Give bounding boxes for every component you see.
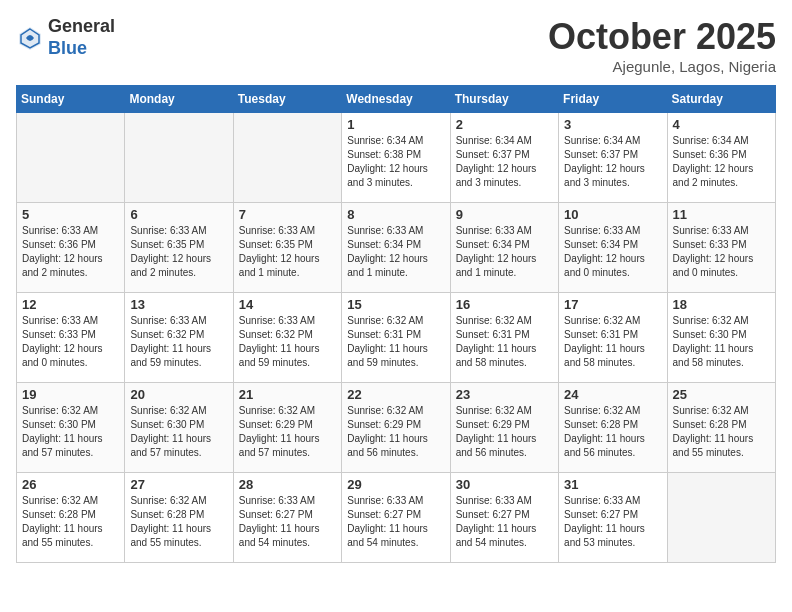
month-title: October 2025 bbox=[548, 16, 776, 58]
calendar-cell: 17Sunrise: 6:32 AM Sunset: 6:31 PM Dayli… bbox=[559, 293, 667, 383]
day-number: 20 bbox=[130, 387, 227, 402]
day-number: 8 bbox=[347, 207, 444, 222]
day-info: Sunrise: 6:33 AM Sunset: 6:27 PM Dayligh… bbox=[456, 494, 553, 550]
day-info: Sunrise: 6:32 AM Sunset: 6:31 PM Dayligh… bbox=[347, 314, 444, 370]
day-number: 1 bbox=[347, 117, 444, 132]
calendar-cell: 21Sunrise: 6:32 AM Sunset: 6:29 PM Dayli… bbox=[233, 383, 341, 473]
calendar-cell: 2Sunrise: 6:34 AM Sunset: 6:37 PM Daylig… bbox=[450, 113, 558, 203]
day-info: Sunrise: 6:33 AM Sunset: 6:27 PM Dayligh… bbox=[564, 494, 661, 550]
calendar-cell: 1Sunrise: 6:34 AM Sunset: 6:38 PM Daylig… bbox=[342, 113, 450, 203]
calendar-cell: 18Sunrise: 6:32 AM Sunset: 6:30 PM Dayli… bbox=[667, 293, 775, 383]
day-number: 4 bbox=[673, 117, 770, 132]
day-info: Sunrise: 6:33 AM Sunset: 6:35 PM Dayligh… bbox=[130, 224, 227, 280]
calendar-cell bbox=[233, 113, 341, 203]
day-info: Sunrise: 6:33 AM Sunset: 6:27 PM Dayligh… bbox=[347, 494, 444, 550]
logo-icon bbox=[16, 24, 44, 52]
day-info: Sunrise: 6:32 AM Sunset: 6:30 PM Dayligh… bbox=[22, 404, 119, 460]
calendar-cell: 3Sunrise: 6:34 AM Sunset: 6:37 PM Daylig… bbox=[559, 113, 667, 203]
calendar-cell bbox=[667, 473, 775, 563]
logo-text: General Blue bbox=[48, 16, 115, 59]
calendar-cell: 12Sunrise: 6:33 AM Sunset: 6:33 PM Dayli… bbox=[17, 293, 125, 383]
calendar-cell: 16Sunrise: 6:32 AM Sunset: 6:31 PM Dayli… bbox=[450, 293, 558, 383]
title-block: October 2025 Ajegunle, Lagos, Nigeria bbox=[548, 16, 776, 75]
day-number: 7 bbox=[239, 207, 336, 222]
col-header-sunday: Sunday bbox=[17, 86, 125, 113]
calendar-cell bbox=[125, 113, 233, 203]
day-info: Sunrise: 6:34 AM Sunset: 6:37 PM Dayligh… bbox=[564, 134, 661, 190]
col-header-tuesday: Tuesday bbox=[233, 86, 341, 113]
calendar-cell: 27Sunrise: 6:32 AM Sunset: 6:28 PM Dayli… bbox=[125, 473, 233, 563]
day-info: Sunrise: 6:32 AM Sunset: 6:29 PM Dayligh… bbox=[239, 404, 336, 460]
day-info: Sunrise: 6:32 AM Sunset: 6:31 PM Dayligh… bbox=[564, 314, 661, 370]
day-info: Sunrise: 6:33 AM Sunset: 6:34 PM Dayligh… bbox=[347, 224, 444, 280]
day-info: Sunrise: 6:32 AM Sunset: 6:28 PM Dayligh… bbox=[22, 494, 119, 550]
day-info: Sunrise: 6:32 AM Sunset: 6:30 PM Dayligh… bbox=[130, 404, 227, 460]
day-number: 10 bbox=[564, 207, 661, 222]
calendar-cell: 25Sunrise: 6:32 AM Sunset: 6:28 PM Dayli… bbox=[667, 383, 775, 473]
week-row-2: 5Sunrise: 6:33 AM Sunset: 6:36 PM Daylig… bbox=[17, 203, 776, 293]
day-number: 9 bbox=[456, 207, 553, 222]
day-number: 24 bbox=[564, 387, 661, 402]
day-number: 3 bbox=[564, 117, 661, 132]
day-number: 26 bbox=[22, 477, 119, 492]
day-number: 16 bbox=[456, 297, 553, 312]
day-info: Sunrise: 6:34 AM Sunset: 6:37 PM Dayligh… bbox=[456, 134, 553, 190]
day-number: 15 bbox=[347, 297, 444, 312]
page-header: General Blue October 2025 Ajegunle, Lago… bbox=[16, 16, 776, 75]
calendar-cell: 19Sunrise: 6:32 AM Sunset: 6:30 PM Dayli… bbox=[17, 383, 125, 473]
day-number: 22 bbox=[347, 387, 444, 402]
day-number: 28 bbox=[239, 477, 336, 492]
day-number: 18 bbox=[673, 297, 770, 312]
day-info: Sunrise: 6:33 AM Sunset: 6:33 PM Dayligh… bbox=[22, 314, 119, 370]
calendar-cell: 29Sunrise: 6:33 AM Sunset: 6:27 PM Dayli… bbox=[342, 473, 450, 563]
week-row-3: 12Sunrise: 6:33 AM Sunset: 6:33 PM Dayli… bbox=[17, 293, 776, 383]
day-info: Sunrise: 6:33 AM Sunset: 6:35 PM Dayligh… bbox=[239, 224, 336, 280]
day-info: Sunrise: 6:32 AM Sunset: 6:30 PM Dayligh… bbox=[673, 314, 770, 370]
calendar-cell: 6Sunrise: 6:33 AM Sunset: 6:35 PM Daylig… bbox=[125, 203, 233, 293]
header-row: SundayMondayTuesdayWednesdayThursdayFrid… bbox=[17, 86, 776, 113]
day-number: 30 bbox=[456, 477, 553, 492]
day-number: 14 bbox=[239, 297, 336, 312]
location: Ajegunle, Lagos, Nigeria bbox=[548, 58, 776, 75]
calendar-cell: 5Sunrise: 6:33 AM Sunset: 6:36 PM Daylig… bbox=[17, 203, 125, 293]
day-number: 2 bbox=[456, 117, 553, 132]
calendar-cell: 31Sunrise: 6:33 AM Sunset: 6:27 PM Dayli… bbox=[559, 473, 667, 563]
calendar-cell: 10Sunrise: 6:33 AM Sunset: 6:34 PM Dayli… bbox=[559, 203, 667, 293]
calendar-cell: 9Sunrise: 6:33 AM Sunset: 6:34 PM Daylig… bbox=[450, 203, 558, 293]
day-info: Sunrise: 6:33 AM Sunset: 6:34 PM Dayligh… bbox=[456, 224, 553, 280]
day-info: Sunrise: 6:34 AM Sunset: 6:36 PM Dayligh… bbox=[673, 134, 770, 190]
calendar-cell: 13Sunrise: 6:33 AM Sunset: 6:32 PM Dayli… bbox=[125, 293, 233, 383]
logo: General Blue bbox=[16, 16, 115, 59]
day-info: Sunrise: 6:33 AM Sunset: 6:33 PM Dayligh… bbox=[673, 224, 770, 280]
calendar-cell: 23Sunrise: 6:32 AM Sunset: 6:29 PM Dayli… bbox=[450, 383, 558, 473]
day-number: 11 bbox=[673, 207, 770, 222]
day-info: Sunrise: 6:32 AM Sunset: 6:29 PM Dayligh… bbox=[456, 404, 553, 460]
day-info: Sunrise: 6:32 AM Sunset: 6:31 PM Dayligh… bbox=[456, 314, 553, 370]
calendar-cell: 30Sunrise: 6:33 AM Sunset: 6:27 PM Dayli… bbox=[450, 473, 558, 563]
calendar-cell: 14Sunrise: 6:33 AM Sunset: 6:32 PM Dayli… bbox=[233, 293, 341, 383]
day-number: 6 bbox=[130, 207, 227, 222]
day-info: Sunrise: 6:33 AM Sunset: 6:36 PM Dayligh… bbox=[22, 224, 119, 280]
week-row-4: 19Sunrise: 6:32 AM Sunset: 6:30 PM Dayli… bbox=[17, 383, 776, 473]
calendar-cell: 24Sunrise: 6:32 AM Sunset: 6:28 PM Dayli… bbox=[559, 383, 667, 473]
day-info: Sunrise: 6:32 AM Sunset: 6:28 PM Dayligh… bbox=[673, 404, 770, 460]
day-info: Sunrise: 6:34 AM Sunset: 6:38 PM Dayligh… bbox=[347, 134, 444, 190]
day-info: Sunrise: 6:32 AM Sunset: 6:29 PM Dayligh… bbox=[347, 404, 444, 460]
day-number: 31 bbox=[564, 477, 661, 492]
calendar-cell: 20Sunrise: 6:32 AM Sunset: 6:30 PM Dayli… bbox=[125, 383, 233, 473]
calendar-cell: 26Sunrise: 6:32 AM Sunset: 6:28 PM Dayli… bbox=[17, 473, 125, 563]
day-info: Sunrise: 6:33 AM Sunset: 6:32 PM Dayligh… bbox=[239, 314, 336, 370]
day-number: 25 bbox=[673, 387, 770, 402]
week-row-5: 26Sunrise: 6:32 AM Sunset: 6:28 PM Dayli… bbox=[17, 473, 776, 563]
day-number: 17 bbox=[564, 297, 661, 312]
day-info: Sunrise: 6:32 AM Sunset: 6:28 PM Dayligh… bbox=[564, 404, 661, 460]
day-number: 23 bbox=[456, 387, 553, 402]
calendar-cell bbox=[17, 113, 125, 203]
col-header-thursday: Thursday bbox=[450, 86, 558, 113]
day-number: 21 bbox=[239, 387, 336, 402]
calendar-cell: 15Sunrise: 6:32 AM Sunset: 6:31 PM Dayli… bbox=[342, 293, 450, 383]
day-number: 19 bbox=[22, 387, 119, 402]
col-header-friday: Friday bbox=[559, 86, 667, 113]
week-row-1: 1Sunrise: 6:34 AM Sunset: 6:38 PM Daylig… bbox=[17, 113, 776, 203]
day-number: 5 bbox=[22, 207, 119, 222]
